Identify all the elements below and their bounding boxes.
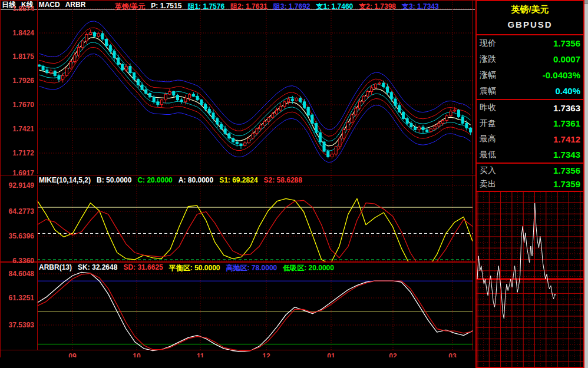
candle-down: [426, 130, 428, 131]
candle-down: [228, 134, 230, 138]
candle-down: [46, 70, 48, 73]
quote-label: 买入: [480, 165, 496, 176]
candle-down: [465, 123, 468, 128]
candle-up: [78, 48, 80, 55]
quote-label: 昨收: [480, 102, 496, 113]
candle-up: [97, 34, 100, 37]
candle-down: [461, 117, 464, 123]
quote-value: 1.7363: [553, 103, 580, 113]
candle-down: [42, 66, 44, 69]
quote-row: 现价1.7356: [477, 35, 583, 51]
candle-up: [279, 107, 282, 110]
candle-down: [410, 123, 412, 127]
x-axis-label: 02: [389, 352, 397, 357]
instrument-symbol: GBPUSD: [477, 16, 583, 34]
candle-down: [307, 107, 309, 115]
candle-down: [394, 99, 397, 105]
candle-up: [244, 143, 246, 146]
x-axis-label: 11: [197, 352, 204, 357]
quote-value: 1.7356: [553, 38, 580, 48]
mike-indicator-chart[interactable]: [0, 175, 475, 262]
y-axis-label: 6.3360: [0, 257, 34, 265]
scrollbar[interactable]: [584, 0, 588, 368]
candle-down: [299, 98, 302, 101]
candle-up: [260, 125, 262, 129]
mike-param: B: 50.0000: [97, 176, 131, 184]
quote-label: 最低: [480, 150, 496, 160]
quote-row: 开盘1.7361: [477, 116, 583, 132]
candle-up: [50, 71, 52, 72]
quote-value: 0.40%: [555, 86, 580, 96]
y-axis-label: 1.8175: [0, 52, 34, 61]
candle-up: [164, 94, 167, 100]
candle-down: [153, 97, 155, 102]
arbr-param: 高抛区: 78.0000: [226, 263, 278, 273]
arbr-param: ARBR(13): [39, 263, 72, 273]
pivot-value: 支2: 1.7398: [359, 2, 396, 12]
candle-down: [323, 142, 325, 151]
candle-down: [204, 105, 207, 110]
main-candlestick-chart[interactable]: [0, 0, 475, 175]
pivot-value: 支1: 1.7460: [316, 2, 354, 12]
candle-up: [359, 102, 361, 108]
y-axis-label: 61.3251: [0, 294, 34, 302]
x-axis-label: 01: [327, 352, 335, 357]
candle-up: [90, 32, 92, 34]
quote-row: 涨跌0.0007: [477, 51, 583, 67]
candle-up: [362, 96, 365, 102]
mike-param: S2: 58.6288: [264, 176, 302, 184]
y-axis-label: 1.7421: [0, 125, 34, 133]
band-inner-lower: [39, 42, 470, 151]
candle-up: [371, 88, 373, 91]
candle-up: [351, 115, 353, 122]
candle-down: [216, 118, 219, 124]
candle-down: [200, 100, 203, 105]
candle-down: [196, 96, 199, 100]
arbr-indicator-chart[interactable]: 09101112010203: [0, 262, 475, 357]
quote-row: 昨收1.7363: [477, 100, 583, 116]
scroll-up-arrow-icon[interactable]: [584, 0, 588, 4]
candle-up: [434, 126, 436, 129]
candle-down: [148, 94, 151, 97]
app-window: 日线K线MACDARBR 09101112010203 英镑/美元P: 1.75…: [0, 0, 588, 368]
candle-up: [65, 68, 68, 76]
candle-down: [240, 144, 242, 145]
quote-panel: 英镑/美元 GBPUSD 现价1.7356涨跌0.0007涨幅-0.0403%震…: [475, 0, 584, 368]
candle-up: [346, 122, 349, 130]
candle-down: [105, 39, 108, 45]
series-S1: [37, 198, 473, 262]
y-axis-label: 64.2773: [0, 207, 34, 216]
candle-up: [366, 91, 369, 96]
y-axis-label: 84.6048: [0, 270, 34, 278]
candle-down: [192, 94, 194, 96]
quote-label: 卖出: [480, 179, 496, 190]
candle-down: [470, 128, 472, 132]
candle-down: [58, 75, 60, 79]
candle-down: [109, 46, 111, 52]
pivot-value: P: 1.7515: [151, 2, 181, 12]
candle-down: [414, 127, 417, 130]
candle-up: [189, 94, 191, 98]
arbr-param: 低吸区: 20.0000: [283, 263, 334, 273]
candle-down: [398, 105, 401, 112]
y-axis-label: 35.6396: [0, 232, 34, 240]
candle-down: [133, 73, 136, 79]
candle-down: [315, 123, 318, 132]
candle-up: [169, 91, 171, 94]
candle-down: [145, 89, 147, 93]
candle-up: [62, 75, 64, 79]
chart-region: 09101112010203 英镑/美元P: 1.7515阻1: 1.7576阻…: [0, 0, 475, 357]
candle-up: [267, 118, 270, 121]
candle-up: [295, 98, 298, 101]
quote-label: 涨跌: [480, 54, 496, 65]
quote-label: 涨幅: [480, 70, 496, 81]
intraday-mini-chart[interactable]: [477, 192, 583, 367]
mike-param: C: 20.0000: [137, 176, 172, 184]
pivot-value: 阻2: 1.7631: [230, 2, 267, 12]
candle-up: [374, 84, 376, 88]
candle-up: [252, 134, 254, 138]
quote-row: 买入1.7356: [477, 164, 583, 177]
arbr-param: SK: 32.2648: [78, 263, 117, 273]
candle-up: [184, 98, 187, 101]
candle-up: [445, 116, 448, 121]
